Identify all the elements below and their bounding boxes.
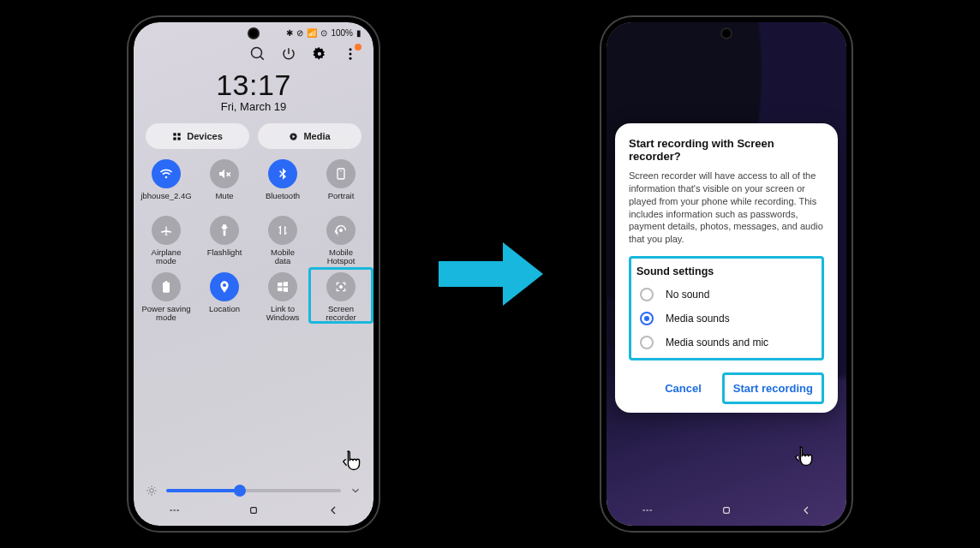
bluetooth-icon[interactable] bbox=[268, 159, 297, 188]
svg-line-16 bbox=[154, 487, 155, 488]
quick-panel-toolbar bbox=[134, 43, 373, 63]
qs-tile-label: Portrait bbox=[312, 192, 370, 211]
clock-time: 13:17 bbox=[134, 68, 373, 102]
svg-rect-21 bbox=[251, 508, 257, 514]
nav-home[interactable] bbox=[720, 503, 733, 521]
screen-recorder-dialog: Start recording with Screen recorder? Sc… bbox=[615, 123, 838, 413]
svg-rect-4 bbox=[178, 133, 181, 135]
nav-back[interactable] bbox=[326, 503, 340, 521]
brightness-thumb[interactable] bbox=[234, 485, 246, 497]
search-icon[interactable] bbox=[250, 46, 266, 62]
qs-tile-label: Bluetooth bbox=[254, 192, 312, 211]
qs-tile-label: Mute bbox=[195, 192, 254, 211]
qs-tile-label: Power saving mode bbox=[137, 305, 195, 324]
qs-tile-hotspot[interactable]: Mobile Hotspot bbox=[312, 216, 370, 267]
qs-tile-mute[interactable]: Mute bbox=[195, 159, 254, 211]
qs-tile-label: jbhouse_2.4G bbox=[137, 192, 195, 211]
mute-icon[interactable] bbox=[210, 159, 239, 188]
qs-tile-record[interactable]: Screen recorder bbox=[312, 272, 370, 324]
quick-settings-grid: jbhouse_2.4GMuteBluetoothPortraitAirplan… bbox=[134, 154, 373, 324]
flashlight-icon[interactable] bbox=[210, 216, 239, 245]
qs-tile-windows[interactable]: Link to Windows bbox=[254, 272, 312, 324]
clock-date: Fri, March 19 bbox=[134, 100, 373, 113]
devices-pill[interactable]: Devices bbox=[146, 123, 249, 149]
nav-bar bbox=[607, 502, 846, 522]
hotspot-icon[interactable] bbox=[326, 216, 356, 245]
location-icon[interactable] bbox=[210, 272, 239, 301]
qs-tile-label: Mobile data bbox=[254, 248, 312, 267]
svg-rect-6 bbox=[178, 137, 181, 140]
portrait-icon[interactable] bbox=[326, 159, 356, 188]
radio-icon[interactable] bbox=[640, 288, 654, 301]
windows-icon[interactable] bbox=[268, 272, 297, 301]
arrow-icon bbox=[430, 227, 550, 321]
qs-tile-label: Airplane mode bbox=[137, 248, 195, 267]
nav-home[interactable] bbox=[247, 503, 260, 521]
qs-tile-portrait[interactable]: Portrait bbox=[312, 159, 370, 211]
airplane-icon[interactable] bbox=[152, 216, 181, 245]
battery-icon[interactable] bbox=[152, 272, 181, 301]
qs-tile-label: Location bbox=[195, 305, 254, 324]
qs-tile-location[interactable]: Location bbox=[195, 272, 254, 324]
radio-icon[interactable] bbox=[640, 312, 654, 325]
brightness-slider[interactable] bbox=[166, 489, 341, 492]
svg-line-17 bbox=[148, 493, 149, 494]
more-icon[interactable] bbox=[343, 46, 358, 62]
brightness-low-icon bbox=[146, 485, 158, 497]
camera-hole bbox=[249, 29, 258, 38]
expand-brightness-icon[interactable] bbox=[350, 485, 362, 497]
dialog-title: Start recording with Screen recorder? bbox=[629, 137, 824, 163]
sound-option[interactable]: Media sounds and mic bbox=[636, 331, 816, 354]
radio-label: Media sounds and mic bbox=[666, 337, 768, 348]
nav-recents[interactable] bbox=[640, 503, 654, 521]
qs-tile-wifi[interactable]: jbhouse_2.4G bbox=[137, 159, 195, 211]
radio-label: Media sounds bbox=[666, 313, 730, 325]
qs-tile-label: Screen recorder bbox=[312, 305, 370, 324]
sound-option[interactable]: No sound bbox=[636, 283, 816, 307]
qs-tile-label: Link to Windows bbox=[254, 305, 312, 324]
qs-tile-label: Mobile Hotspot bbox=[312, 248, 370, 267]
sound-settings-title: Sound settings bbox=[636, 265, 816, 277]
camera-hole bbox=[722, 29, 731, 38]
nav-recents[interactable] bbox=[167, 503, 181, 521]
svg-point-9 bbox=[150, 489, 154, 493]
radio-icon[interactable] bbox=[640, 336, 654, 349]
sound-option[interactable]: Media sounds bbox=[636, 307, 816, 331]
phone-right: 13:17 ⊘ ⊙ 100% ▮ Start recording with Sc… bbox=[601, 17, 852, 531]
radio-label: No sound bbox=[666, 289, 709, 301]
nav-bar bbox=[134, 502, 373, 522]
power-icon[interactable] bbox=[281, 46, 296, 62]
qs-tile-mobiledata[interactable]: Mobile data bbox=[254, 216, 312, 267]
svg-line-15 bbox=[154, 493, 155, 494]
cancel-button[interactable]: Cancel bbox=[656, 375, 710, 402]
sound-settings-block: Sound settings No soundMedia soundsMedia… bbox=[629, 256, 824, 360]
nav-back[interactable] bbox=[799, 503, 813, 521]
phone-left: ✱ ⊘ 📶 ⊙ 100% ▮ 13:17 Fri, March 19 Devic… bbox=[128, 17, 379, 531]
qs-tile-battery[interactable]: Power saving mode bbox=[137, 272, 195, 324]
svg-rect-25 bbox=[724, 508, 730, 514]
qs-tile-bluetooth[interactable]: Bluetooth bbox=[254, 159, 312, 211]
qs-tile-airplane[interactable]: Airplane mode bbox=[137, 216, 195, 267]
settings-gear-icon[interactable] bbox=[312, 46, 327, 62]
dnd-status-icon: ⊘ bbox=[296, 28, 303, 38]
dialog-body: Screen recorder will have access to all … bbox=[629, 170, 824, 246]
brightness-row bbox=[146, 485, 362, 497]
record-icon[interactable] bbox=[326, 272, 356, 301]
wifi-icon[interactable] bbox=[152, 159, 181, 188]
svg-rect-5 bbox=[174, 137, 176, 140]
svg-line-14 bbox=[148, 487, 149, 488]
clock-area: 13:17 Fri, March 19 bbox=[134, 68, 373, 113]
start-recording-button[interactable]: Start recording bbox=[722, 372, 824, 404]
media-pill[interactable]: Media bbox=[258, 123, 362, 149]
qs-tile-label: Flashlight bbox=[195, 248, 254, 267]
mobiledata-icon[interactable] bbox=[268, 216, 297, 245]
svg-rect-3 bbox=[174, 133, 176, 135]
qs-tile-flashlight[interactable]: Flashlight bbox=[195, 216, 254, 267]
